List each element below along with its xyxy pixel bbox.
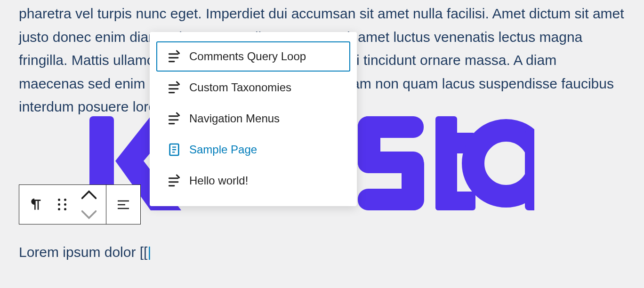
autocomplete-label: Comments Query Loop <box>189 50 306 63</box>
autocomplete-item[interactable]: Custom Taxonomies <box>156 72 350 103</box>
drag-handle-button[interactable] <box>49 192 76 218</box>
post-icon <box>167 111 182 126</box>
move-icon <box>81 187 97 222</box>
autocomplete-label: Custom Taxonomies <box>189 81 291 94</box>
align-left-icon <box>116 197 131 212</box>
autocomplete-label: Hello world! <box>189 174 248 187</box>
autocomplete-item[interactable]: Navigation Menus <box>156 104 350 134</box>
svg-rect-10 <box>525 130 534 210</box>
post-icon <box>167 173 182 188</box>
paragraph-icon <box>29 197 44 212</box>
drag-icon <box>58 199 67 210</box>
svg-rect-5 <box>358 189 424 210</box>
autocomplete-item[interactable]: Comments Query Loop <box>156 41 350 72</box>
editor-input-line[interactable]: Lorem ipsum dolor [[| <box>19 241 151 264</box>
page-icon <box>167 142 182 157</box>
block-type-button[interactable] <box>23 192 49 218</box>
move-arrows-button[interactable] <box>76 192 102 218</box>
svg-rect-8 <box>435 192 475 210</box>
autocomplete-popup: Comments Query Loop Custom Taxonomies Na… <box>150 32 357 206</box>
autocomplete-item[interactable]: Hello world! <box>156 166 350 196</box>
post-icon <box>167 49 182 64</box>
post-icon <box>167 80 182 95</box>
align-button[interactable] <box>110 192 137 218</box>
block-toolbar <box>19 184 141 224</box>
input-text: Lorem ipsum dolor [[ <box>19 244 147 260</box>
autocomplete-label: Navigation Menus <box>189 112 280 125</box>
autocomplete-label: Sample Page <box>189 143 257 156</box>
autocomplete-item[interactable]: Sample Page <box>156 135 350 165</box>
text-caret: | <box>147 244 151 260</box>
